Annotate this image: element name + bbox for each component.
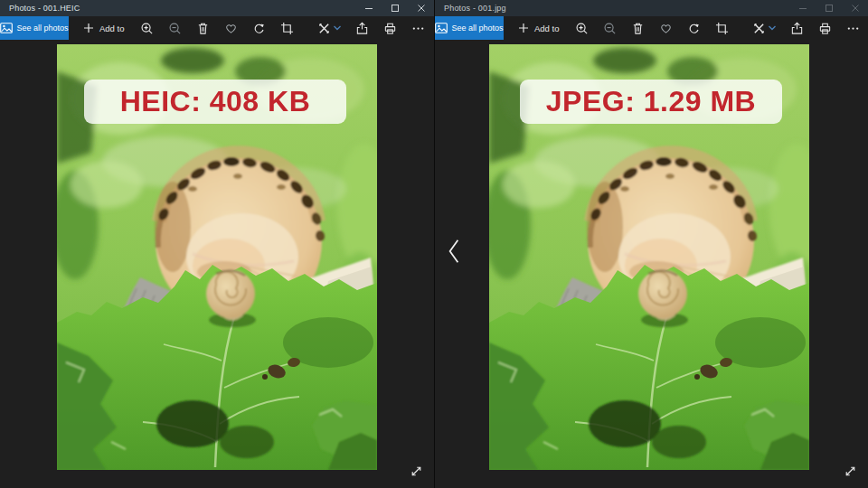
fullscreen-button[interactable]: [840, 461, 860, 481]
edit-create-icon: [317, 22, 331, 35]
heart-icon: [659, 22, 673, 35]
window-controls: [789, 0, 868, 16]
toolbar: See all photos Add to: [435, 16, 868, 40]
expand-icon: [843, 464, 858, 479]
trash-icon: [196, 22, 210, 35]
share-button[interactable]: [783, 16, 811, 40]
chevron-left-icon: [448, 239, 460, 264]
photos-gallery-icon: [435, 23, 448, 33]
zoom-out-button[interactable]: [596, 16, 624, 40]
rotate-icon: [252, 22, 266, 35]
see-more-button[interactable]: [839, 16, 867, 40]
fullscreen-button[interactable]: [406, 461, 426, 481]
print-button[interactable]: [376, 16, 404, 40]
rotate-button[interactable]: [680, 16, 708, 40]
chevron-down-icon: [333, 24, 342, 32]
titlebar[interactable]: Photos - 001.HEIC: [0, 0, 434, 16]
toolbar-icons: [133, 16, 432, 40]
edit-create-icon: [752, 22, 766, 35]
minimize-button[interactable]: [355, 0, 382, 16]
see-more-button[interactable]: [404, 16, 432, 40]
zoom-in-button[interactable]: [568, 16, 596, 40]
crop-button[interactable]: [273, 16, 301, 40]
close-button[interactable]: [408, 0, 434, 16]
photos-window-heic: Photos - 001.HEIC See all photos Add to: [0, 0, 434, 488]
close-button[interactable]: [842, 0, 868, 16]
edit-and-create-button[interactable]: [745, 16, 783, 40]
add-to-button[interactable]: Add to: [78, 16, 129, 40]
see-all-photos-button[interactable]: See all photos: [0, 16, 69, 40]
more-ellipsis-icon: [411, 22, 425, 35]
rotate-button[interactable]: [245, 16, 273, 40]
rotate-icon: [687, 22, 701, 35]
share-icon: [790, 22, 804, 35]
maximize-button[interactable]: [816, 0, 842, 16]
favorite-button[interactable]: [217, 16, 245, 40]
see-all-photos-button[interactable]: See all photos: [435, 16, 504, 40]
crop-button[interactable]: [708, 16, 736, 40]
heart-icon: [224, 22, 238, 35]
delete-button[interactable]: [624, 16, 652, 40]
share-button[interactable]: [348, 16, 376, 40]
maximize-button[interactable]: [382, 0, 408, 16]
share-icon: [355, 22, 369, 35]
photos-window-jpg: Photos - 001.jpg See all photos Add to: [435, 0, 868, 488]
plus-icon: [518, 23, 529, 33]
delete-button[interactable]: [189, 16, 217, 40]
window-title: Photos - 001.HEIC: [0, 4, 80, 13]
titlebar[interactable]: Photos - 001.jpg: [435, 0, 868, 16]
toolbar: See all photos Add to: [0, 16, 434, 40]
plus-icon: [83, 23, 94, 33]
favorite-button[interactable]: [652, 16, 680, 40]
window-title: Photos - 001.jpg: [435, 4, 506, 13]
crop-icon: [280, 22, 294, 35]
zoom-out-icon: [603, 22, 617, 35]
file-size-overlay: JPEG: 1.29 MB: [520, 80, 782, 124]
print-icon: [818, 22, 832, 35]
photo-jpg[interactable]: JPEG: 1.29 MB: [489, 44, 809, 470]
minimize-button[interactable]: [789, 0, 816, 16]
zoom-in-icon: [575, 22, 589, 35]
zoom-in-icon: [140, 22, 154, 35]
zoom-out-icon: [168, 22, 182, 35]
add-to-button[interactable]: Add to: [513, 16, 564, 40]
edit-and-create-button[interactable]: [310, 16, 348, 40]
photos-gallery-icon: [0, 23, 13, 33]
crop-icon: [715, 22, 729, 35]
previous-photo-button[interactable]: [442, 233, 466, 269]
zoom-out-button[interactable]: [161, 16, 189, 40]
print-button[interactable]: [811, 16, 839, 40]
toolbar-icons: [568, 16, 867, 40]
chevron-down-icon: [768, 24, 777, 32]
trash-icon: [631, 22, 645, 35]
zoom-in-button[interactable]: [133, 16, 161, 40]
print-icon: [383, 22, 397, 35]
photo-heic[interactable]: HEIC: 408 KB: [57, 44, 377, 470]
desktop: Photos - 001.HEIC See all photos Add to: [0, 0, 868, 488]
file-size-overlay: HEIC: 408 KB: [84, 80, 346, 124]
expand-icon: [409, 464, 424, 479]
window-controls: [355, 0, 434, 16]
more-ellipsis-icon: [846, 22, 860, 35]
